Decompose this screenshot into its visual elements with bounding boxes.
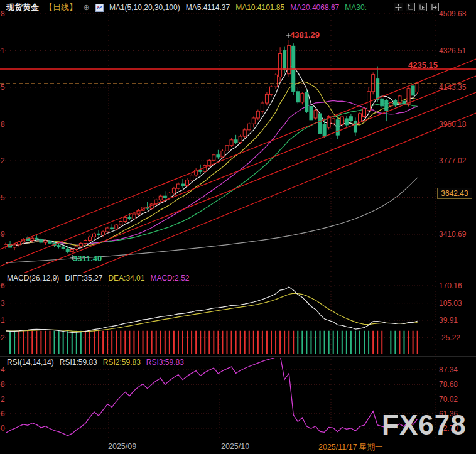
y-axis-left-digit: 8 (1, 9, 5, 18)
x-axis-current-date: 2025/11/17 星期一 (318, 442, 383, 453)
fx678-watermark: FX678 (382, 409, 473, 441)
rsi2-value: RSI2:59.83 (103, 358, 141, 367)
instrument-name: 现货黄金 (6, 2, 39, 13)
macd-panel (6, 287, 418, 454)
x-axis-label-september: 2025/09 (108, 442, 136, 451)
y-axis-left-digit: 2 (1, 156, 5, 165)
rsi-header: RSI(14,14,14) RSI1:59.83 RSI2:59.83 RSI3… (7, 358, 184, 367)
axis-scale-left-icon[interactable] (406, 3, 415, 11)
ma10-value: MA10:4101.85 (235, 3, 284, 12)
trend-lines[interactable] (0, 59, 476, 299)
low-price-label: 3311.40 (73, 254, 102, 263)
chart-canvas[interactable] (0, 0, 476, 454)
chart-type-icon[interactable] (95, 4, 104, 12)
y-axis-tick-label: 3777.02 (439, 156, 466, 165)
rsi-params-label[interactable]: RSI(14,14,14) (7, 358, 54, 367)
y-axis-tick-label: 87.34 (439, 365, 458, 374)
y-axis-left-digit: 3 (1, 299, 5, 308)
y-axis-left-digit: 5 (1, 193, 5, 202)
y-axis-left-digit: 2 (1, 333, 5, 342)
macd-dea-value: DEA:34.01 (108, 274, 144, 283)
gridlines (0, 14, 436, 440)
y-axis-tick-label: -25.22 (439, 333, 460, 342)
y-axis-left-digit: 8 (1, 380, 5, 389)
y-axis-tick-label: 170.16 (439, 281, 462, 290)
resistance-price-label: 4235.15 (408, 60, 438, 70)
rsi1-value: RSI1:59.83 (60, 358, 97, 367)
y-axis-left-digit: 1 (1, 46, 5, 55)
ma30-value: MA30: (345, 3, 367, 12)
y-axis-tick-label: 70.02 (439, 395, 458, 404)
y-axis-tick-label: 4509.68 (439, 9, 466, 18)
y-axis-tick-label: 3410.69 (439, 230, 466, 239)
chart-header: 现货黄金 【日线】 ⊕ MA1(5,10,20,30,100) MA5:4114… (6, 2, 367, 13)
high-price-label: 4381.29 (290, 30, 320, 40)
y-axis-tick-label: 105.03 (439, 299, 462, 308)
ma-settings-label[interactable]: MA1(5,10,20,30,100) (109, 3, 180, 12)
macd-diff-value: DIFF:35.27 (65, 274, 102, 283)
pan-right-icon[interactable] (430, 3, 439, 11)
add-indicator-icon[interactable]: ⊕ (83, 4, 90, 11)
rsi-panel (6, 355, 418, 436)
candlesticks (4, 40, 419, 254)
chart-toolbar (394, 3, 439, 11)
macd-header: MACD(26,12,9) DIFF:35.27 DEA:34.01 MACD:… (7, 274, 189, 283)
y-axis-left-digit: 4 (1, 365, 5, 374)
y-axis-left-digit: 9 (1, 230, 5, 239)
rsi3-value: RSI3:59.83 (146, 358, 184, 367)
crosshair-icon[interactable] (394, 3, 403, 11)
y-axis-tick-label: 39.91 (439, 316, 458, 325)
period-label[interactable]: 【日线】 (45, 2, 77, 13)
x-axis-label-october: 2025/10 (221, 442, 249, 451)
y-axis-tick-label: 4143.35 (439, 83, 466, 92)
y-axis-left-digit: 0 (1, 424, 5, 433)
axis-scale-right-icon[interactable] (418, 3, 427, 11)
y-axis-left-digit: 2 (1, 395, 5, 404)
y-axis-tick-label: 78.68 (439, 380, 458, 389)
y-axis-tick-label: 4326.51 (439, 46, 466, 55)
price-alert-tag[interactable]: 3642.43 (437, 188, 472, 199)
macd-params-label[interactable]: MACD(26,12,9) (7, 274, 59, 283)
ma20-value: MA20:4068.67 (290, 3, 339, 12)
y-axis-left-digit: 1 (1, 316, 5, 325)
chart-window: 现货黄金 【日线】 ⊕ MA1(5,10,20,30,100) MA5:4114… (0, 0, 476, 454)
y-axis-left-digit: 5 (1, 83, 5, 92)
y-axis-tick-label: 3960.18 (439, 120, 466, 129)
y-axis-left-digit: 6 (1, 409, 5, 418)
macd-value: MACD:2.52 (150, 274, 189, 283)
ma5-value: MA5:4114.37 (186, 3, 230, 12)
y-axis-left-digit: 8 (1, 120, 5, 129)
y-axis-left-digit: 6 (1, 281, 5, 290)
